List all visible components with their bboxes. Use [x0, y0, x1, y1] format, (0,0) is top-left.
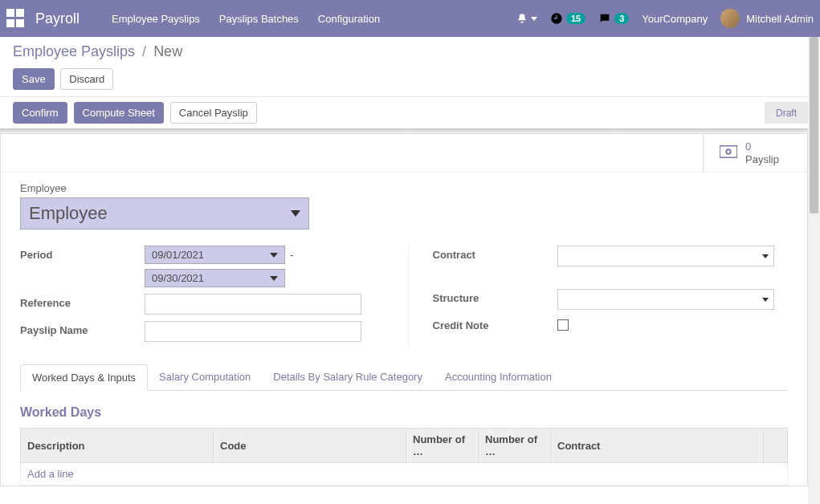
form-left-column: Period 09/01/2021 - 09/30/2021	[20, 246, 376, 348]
avatar	[720, 9, 740, 28]
notifications-dropdown[interactable]	[516, 13, 537, 24]
app-brand[interactable]: Payroll	[35, 10, 80, 27]
scrollbar-thumb[interactable]	[810, 37, 818, 213]
activities-count: 15	[566, 13, 585, 24]
col-number-of-days[interactable]: Number of …	[406, 429, 479, 463]
structure-label: Structure	[433, 289, 557, 304]
clock-icon	[550, 12, 563, 25]
menu-configuration[interactable]: Configuration	[318, 13, 380, 25]
reference-label: Reference	[20, 294, 145, 309]
credit-note-checkbox[interactable]	[557, 319, 569, 331]
form-sheet: 0 Payslip Employee Employee Period 09/	[0, 134, 808, 486]
svg-point-1	[726, 149, 731, 154]
messages-count: 3	[614, 13, 629, 24]
period-separator: -	[290, 249, 293, 261]
form-tabs: Worked Days & Inputs Salary Computation …	[20, 364, 788, 391]
table-row: Add a line	[21, 463, 788, 486]
money-icon	[720, 145, 737, 161]
save-button[interactable]: Save	[13, 68, 55, 90]
col-contract[interactable]: Contract	[551, 429, 764, 463]
contract-select[interactable]	[557, 246, 774, 266]
activities-button[interactable]: 15	[550, 12, 585, 25]
chevron-down-icon	[762, 298, 769, 302]
breadcrumb: Employee Payslips / New	[13, 43, 795, 60]
period-to-value: 09/30/2021	[152, 272, 204, 284]
company-switcher[interactable]: YourCompany	[642, 13, 708, 25]
breadcrumb-parent[interactable]: Employee Payslips	[13, 43, 135, 59]
caret-down-icon	[531, 17, 537, 21]
user-menu[interactable]: Mitchell Admin	[720, 9, 814, 28]
form-right-column: Contract Structure	[408, 246, 789, 348]
breadcrumb-separator: /	[142, 43, 146, 59]
col-actions	[764, 429, 788, 463]
bell-icon	[516, 13, 528, 24]
cancel-payslip-button[interactable]: Cancel Payslip	[170, 102, 257, 124]
chevron-down-icon	[762, 254, 769, 258]
contract-label: Contract	[433, 246, 557, 261]
period-from-input[interactable]: 09/01/2021	[145, 246, 285, 264]
payslip-count: 0	[745, 140, 779, 153]
tab-salary-computation[interactable]: Salary Computation	[148, 364, 262, 390]
vertical-scrollbar[interactable]	[808, 37, 820, 504]
main-menu: Employee Payslips Payslips Batches Confi…	[112, 13, 516, 25]
tab-worked-days[interactable]: Worked Days & Inputs	[20, 364, 148, 391]
discard-button[interactable]: Discard	[60, 68, 113, 90]
user-name: Mitchell Admin	[746, 13, 814, 25]
employee-label: Employee	[20, 182, 788, 194]
period-to-input[interactable]: 09/30/2021	[145, 269, 285, 287]
status-draft[interactable]: Draft	[765, 102, 808, 124]
chevron-down-icon	[270, 253, 278, 258]
chevron-down-icon	[270, 276, 278, 281]
status-bar: Confirm Compute Sheet Cancel Payslip Dra…	[0, 97, 820, 129]
edit-buttons: Save Discard	[13, 68, 795, 90]
tab-accounting-info[interactable]: Accounting Information	[434, 364, 563, 390]
menu-payslips-batches[interactable]: Payslips Batches	[219, 13, 299, 25]
employee-select[interactable]: Employee	[20, 197, 309, 230]
compute-sheet-button[interactable]: Compute Sheet	[74, 102, 164, 124]
col-code[interactable]: Code	[214, 429, 406, 463]
top-navbar: Payroll Employee Payslips Payslips Batch…	[0, 0, 820, 37]
employee-placeholder: Employee	[29, 203, 108, 224]
button-box: 0 Payslip	[1, 134, 807, 173]
table-header-row: Description Code Number of … Number of ……	[21, 429, 788, 463]
menu-employee-payslips[interactable]: Employee Payslips	[112, 13, 200, 25]
payslip-name-label: Payslip Name	[20, 321, 145, 336]
confirm-button[interactable]: Confirm	[13, 102, 67, 124]
control-panel: Employee Payslips / New Save Discard	[0, 37, 808, 97]
payslip-label: Payslip	[745, 153, 779, 166]
status-buttons: Confirm Compute Sheet Cancel Payslip	[13, 102, 260, 124]
worked-days-title: Worked Days	[20, 405, 788, 420]
payslip-name-input[interactable]	[145, 321, 361, 342]
tab-details-by-rule[interactable]: Details By Salary Rule Category	[262, 364, 434, 390]
navbar-right: 15 3 YourCompany Mitchell Admin	[516, 9, 814, 28]
chevron-down-icon	[291, 210, 300, 217]
credit-note-label: Credit Note	[433, 316, 557, 331]
period-label: Period	[20, 246, 145, 261]
apps-icon[interactable]	[6, 9, 26, 28]
svg-rect-0	[720, 146, 737, 158]
col-description[interactable]: Description	[21, 429, 214, 463]
reference-input[interactable]	[145, 294, 361, 315]
col-number-of-hours[interactable]: Number of …	[479, 429, 551, 463]
structure-select[interactable]	[557, 289, 774, 310]
form-content: Employee Employee Period 09/01/2021	[1, 173, 807, 486]
breadcrumb-current: New	[153, 43, 182, 59]
worked-days-table: Description Code Number of … Number of ……	[20, 428, 788, 486]
add-line-link[interactable]: Add a line	[27, 468, 74, 480]
chat-icon	[598, 12, 611, 25]
payslip-stat-button[interactable]: 0 Payslip	[703, 134, 807, 172]
messages-button[interactable]: 3	[598, 12, 629, 25]
period-from-value: 09/01/2021	[152, 249, 204, 261]
